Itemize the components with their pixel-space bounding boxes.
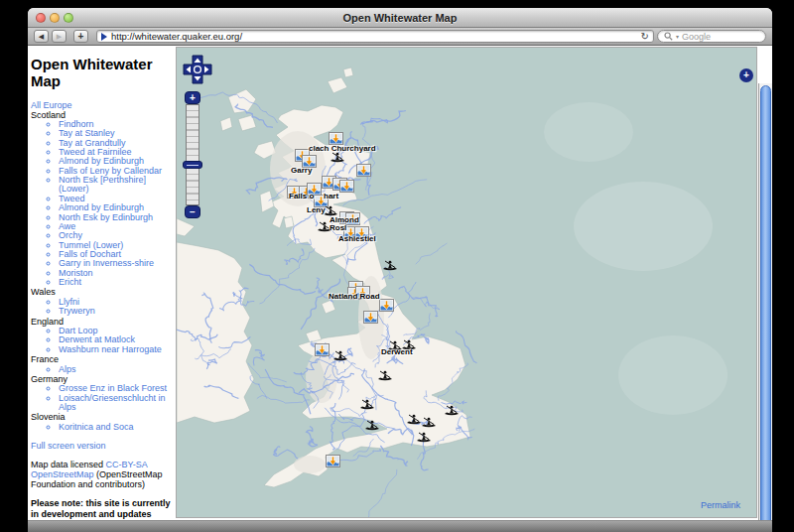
gauge-marker-icon[interactable] — [356, 163, 371, 176]
river-link[interactable]: Koritnica and Soca — [59, 422, 134, 432]
back-button[interactable]: ◀ — [34, 30, 49, 43]
map-place-label: Garry — [291, 166, 312, 175]
map-place-label: Rosl — [330, 223, 346, 232]
kayaker-marker-icon[interactable] — [421, 414, 436, 427]
kayaker-marker-icon[interactable] — [332, 347, 347, 360]
search-field[interactable]: ▾ Google — [657, 30, 766, 43]
openstreetmap-link[interactable]: OpenStreetMap — [31, 469, 94, 479]
license-text: Map data licensed CC-BY-SA OpenStreetMap… — [31, 460, 176, 489]
gauge-marker-icon[interactable] — [326, 454, 340, 466]
map-base-tiles — [177, 48, 756, 517]
zoom-in-button[interactable]: + — [185, 91, 200, 104]
window-bottom-edge — [28, 520, 772, 532]
url-field[interactable]: http://whitewater.quaker.eu.org/ ↻ — [96, 30, 654, 43]
map-pan-control[interactable] — [183, 55, 212, 84]
river-list-item: Tryweryn — [59, 307, 176, 316]
river-list-item: Ericht — [59, 278, 176, 287]
zoom-slider-track[interactable] — [186, 104, 199, 205]
river-links: Grosse Enz in Black ForestLoisach/Griese… — [31, 384, 176, 412]
zoom-slider-handle[interactable] — [183, 161, 202, 169]
kayaker-marker-icon[interactable] — [406, 411, 421, 424]
river-list-item: Alps — [59, 365, 176, 374]
river-links: Koritnica and Soca — [31, 423, 176, 432]
river-links: FindhornTay at StanleyTay at GrandtullyT… — [31, 120, 176, 287]
cc-by-sa-link[interactable]: CC-BY-SA — [106, 460, 148, 469]
scrollbar-thumb[interactable] — [760, 85, 771, 520]
river-link[interactable]: Tryweryn — [59, 306, 95, 316]
minimize-button[interactable] — [50, 13, 60, 23]
overview-map-toggle[interactable]: + — [739, 68, 753, 82]
page-content: Open Whitewater Map All Europe ScotlandF… — [28, 46, 772, 520]
search-icon — [664, 32, 673, 41]
map-place-label: Leny — [307, 205, 326, 214]
search-dropdown-icon[interactable]: ▾ — [676, 33, 679, 40]
sidebar: Open Whitewater Map All Europe ScotlandF… — [31, 46, 176, 520]
river-link[interactable]: Washburn near Harrogate — [59, 344, 162, 354]
kayaker-marker-icon[interactable] — [364, 417, 379, 430]
map-place-label: Falls o — [289, 192, 314, 200]
browser-window: Open Whitewater Map ◀ ▶ + http://whitewa… — [28, 8, 772, 532]
reload-icon[interactable]: ↻ — [641, 31, 649, 42]
river-link[interactable]: North Esk [Perthshire] (Lower) — [59, 175, 146, 194]
permalink-link[interactable]: Permalink — [701, 500, 740, 510]
browser-toolbar: ◀ ▶ + http://whitewater.quaker.eu.org/ ↻… — [28, 28, 772, 46]
window-title: Open Whitewater Map — [28, 8, 772, 28]
river-list-item: Koritnica and Soca — [59, 423, 176, 432]
search-placeholder: Google — [682, 32, 711, 42]
river-links: LlyfniTryweryn — [31, 298, 176, 317]
forward-button[interactable]: ▶ — [52, 30, 66, 43]
license-prefix: Map data licensed — [31, 460, 106, 469]
map-place-label: hart — [324, 192, 338, 200]
river-list-item: North Esk [Perthshire] (Lower) — [59, 176, 176, 195]
river-link[interactable]: Ericht — [59, 277, 81, 287]
country-label: England — [31, 318, 176, 327]
dev-note: Please note: this site is currently in d… — [31, 498, 176, 520]
page-scrollbar[interactable]: ▲ ▼ — [758, 83, 772, 520]
gauge-marker-icon[interactable] — [339, 179, 354, 192]
map-canvas[interactable]: clach ChurchyardGarryFalls ohartLenyAlmo… — [176, 47, 757, 518]
maximize-button[interactable] — [64, 13, 73, 23]
kayaker-marker-icon[interactable] — [377, 367, 392, 380]
river-link[interactable]: Loisach/Griesenschlucht in Alps — [59, 393, 166, 412]
country-label: Scotland — [31, 111, 176, 120]
site-favicon-icon — [101, 33, 107, 41]
river-links: Alps — [31, 365, 176, 374]
zoom-out-button[interactable]: − — [185, 205, 200, 218]
kayaker-marker-icon[interactable] — [444, 402, 459, 415]
window-titlebar[interactable]: Open Whitewater Map — [28, 8, 772, 28]
gauge-marker-icon[interactable] — [363, 310, 378, 323]
gauge-marker-icon[interactable] — [329, 131, 343, 144]
river-list-item: Washburn near Harrogate — [59, 345, 176, 354]
map-place-label: Natland Road — [329, 292, 380, 301]
gauge-marker-icon[interactable] — [379, 298, 394, 311]
page-title: Open Whitewater Map — [31, 56, 176, 90]
gauge-marker-icon[interactable] — [315, 342, 330, 355]
kayaker-marker-icon[interactable] — [382, 257, 397, 270]
country-label: Wales — [31, 288, 176, 297]
river-links: Dart LoopDerwent at MatlockWashburn near… — [31, 327, 176, 354]
river-list-item: Loisach/Griesenschlucht in Alps — [59, 394, 176, 413]
add-bookmark-button[interactable]: + — [73, 30, 88, 43]
full-screen-link[interactable]: Full screen version — [31, 441, 176, 451]
river-list: ScotlandFindhornTay at StanleyTay at Gra… — [31, 111, 176, 433]
map-place-label: Ashiestiel — [338, 234, 376, 243]
all-europe-link[interactable]: All Europe — [31, 100, 176, 110]
map-place-label: Derwent — [381, 347, 413, 356]
kayaker-marker-icon[interactable] — [416, 429, 431, 442]
country-label: France — [31, 355, 176, 364]
river-list-item: North Esk by Edinburgh — [59, 213, 176, 222]
kayaker-marker-icon[interactable] — [359, 396, 374, 409]
url-text[interactable]: http://whitewater.quaker.eu.org/ — [111, 31, 637, 42]
close-button[interactable] — [36, 13, 46, 23]
river-link[interactable]: Alps — [59, 364, 76, 374]
map-place-label: clach Churchyard — [309, 144, 376, 153]
